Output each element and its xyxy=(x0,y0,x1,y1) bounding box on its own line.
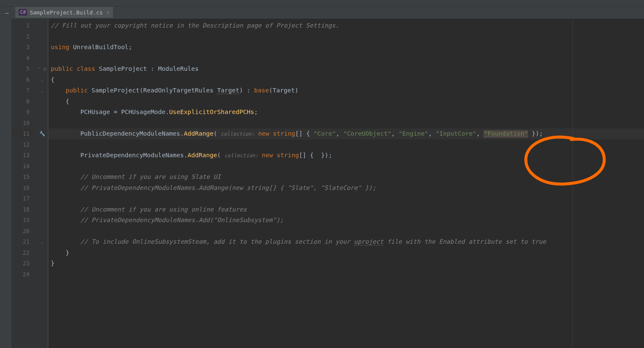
fold-icon[interactable]: ⌄ xyxy=(41,78,43,82)
line-number[interactable]: 8 xyxy=(12,96,36,107)
line-number[interactable]: 6 xyxy=(12,75,36,86)
navigate-up-icon[interactable]: ⌃ xyxy=(38,67,41,71)
right-margin-guide xyxy=(572,19,573,348)
type: string xyxy=(276,152,299,159)
marker-row xyxy=(36,226,48,237)
code-editor[interactable]: // Fill out your copyright notice in the… xyxy=(48,19,644,348)
tool-window-toggle[interactable]: — xyxy=(3,8,11,17)
field: PrivateDependencyModuleNames xyxy=(80,152,184,159)
line-number[interactable]: 5 xyxy=(12,64,36,75)
namespace: UnrealBuildTool xyxy=(73,44,128,50)
line-number[interactable]: 21 xyxy=(12,237,36,248)
code-line[interactable] xyxy=(48,118,644,129)
code-line[interactable] xyxy=(48,31,644,42)
marker-row xyxy=(36,172,48,183)
code-line[interactable]: { xyxy=(48,96,644,107)
marker-row: 🔧 xyxy=(36,128,48,139)
code-line[interactable]: PrivateDependencyModuleNames.AddRange( c… xyxy=(48,150,644,161)
comment-text: // PrivateDependencyModuleNames.AddRange… xyxy=(80,184,376,191)
code-line[interactable] xyxy=(48,226,644,237)
string-literal: "Engine" xyxy=(399,130,428,137)
line-number[interactable]: 1 xyxy=(12,20,36,31)
marker-row xyxy=(36,107,48,118)
param-type: ReadOnlyTargetRules xyxy=(143,87,213,94)
csharp-icon: C# xyxy=(19,9,27,16)
line-number[interactable]: 2 xyxy=(12,31,36,42)
line-number[interactable]: 11 xyxy=(12,128,36,139)
enum-type: PCHUsageMode xyxy=(121,109,166,115)
line-number[interactable]: 19 xyxy=(12,215,36,226)
code-line[interactable]: PCHUsage = PCHUsageMode.UseExplicitOrSha… xyxy=(48,107,644,118)
marker-row xyxy=(36,269,48,280)
line-number-gutter[interactable]: 1 2 3 4 5 6 7 8 9 10 11 12 13 14 15 16 1… xyxy=(12,19,36,348)
comment-text: // Uncomment if you are using online fea… xyxy=(80,206,247,213)
comment-text: // PrivateDependencyModuleNames.Add("Onl… xyxy=(80,217,284,223)
fold-icon[interactable]: ⌄ xyxy=(41,239,43,244)
enum-value: UseExplicitOrSharedPCHs xyxy=(169,109,254,115)
line-number[interactable]: 23 xyxy=(12,258,36,269)
code-line[interactable]: PublicDependencyModuleNames.AddRange( co… xyxy=(48,128,644,139)
param-name: Target xyxy=(217,87,239,94)
line-number[interactable]: 9 xyxy=(12,107,36,118)
code-line[interactable]: } xyxy=(48,258,644,269)
code-line[interactable]: } xyxy=(48,248,644,259)
line-number[interactable]: 7 xyxy=(12,85,36,96)
override-icon[interactable]: ○ xyxy=(44,66,47,72)
marker-row: ⌄ xyxy=(36,237,48,248)
wrench-icon[interactable]: 🔧 xyxy=(39,131,45,136)
marker-row xyxy=(36,204,48,215)
line-number[interactable]: 20 xyxy=(12,226,36,237)
line-number[interactable]: 22 xyxy=(12,248,36,259)
keyword: new xyxy=(258,130,269,137)
code-line[interactable]: using UnrealBuildTool; xyxy=(48,42,644,53)
base-arg: Target xyxy=(273,87,295,94)
left-tool-strip[interactable] xyxy=(0,19,12,348)
type: string xyxy=(273,130,295,137)
code-line[interactable]: // Uncomment if you are using online fea… xyxy=(48,204,644,215)
code-line[interactable] xyxy=(48,139,644,150)
editor-area: 1 2 3 4 5 6 7 8 9 10 11 12 13 14 15 16 1… xyxy=(0,19,644,348)
marker-row xyxy=(36,150,48,161)
line-number[interactable]: 3 xyxy=(12,42,36,53)
line-number[interactable]: 24 xyxy=(12,269,36,280)
marker-row xyxy=(36,161,48,172)
gutter-markers: ⌃ ○ ⌄ ⌄ 🔧 ⌄ xyxy=(36,19,48,348)
marker-row xyxy=(36,248,48,259)
code-line[interactable]: public class SampleProject : ModuleRules xyxy=(48,64,644,75)
base-class: ModuleRules xyxy=(158,65,199,72)
keyword: new xyxy=(262,152,273,159)
code-line[interactable] xyxy=(48,193,644,204)
minimize-icon: — xyxy=(5,9,9,16)
line-number[interactable]: 13 xyxy=(12,150,36,161)
line-number[interactable]: 17 xyxy=(12,193,36,204)
line-number[interactable]: 15 xyxy=(12,172,36,183)
marker-row xyxy=(36,96,48,107)
line-number[interactable]: 14 xyxy=(12,161,36,172)
code-line[interactable]: // PrivateDependencyModuleNames.Add("Onl… xyxy=(48,215,644,226)
fold-icon[interactable]: ⌄ xyxy=(41,88,43,93)
line-number[interactable]: 16 xyxy=(12,183,36,194)
marker-row xyxy=(36,215,48,226)
code-line[interactable]: public SampleProject(ReadOnlyTargetRules… xyxy=(48,85,644,96)
line-number[interactable]: 4 xyxy=(12,53,36,64)
field: PCHUsage xyxy=(80,109,110,115)
line-number[interactable]: 10 xyxy=(12,118,36,129)
code-line[interactable]: // Uncomment if you are using Slate UI xyxy=(48,172,644,183)
code-line[interactable]: // To include OnlineSubsystemSteam, add … xyxy=(48,237,644,248)
code-line[interactable] xyxy=(48,161,644,172)
comment-text: uproject xyxy=(354,238,384,245)
code-line[interactable]: { xyxy=(48,75,644,86)
marker-row xyxy=(36,183,48,194)
code-line[interactable] xyxy=(48,53,644,64)
editor-tab[interactable]: C# SampleProject.Build.cs × xyxy=(15,7,113,19)
string-literal: "CoreUObject" xyxy=(343,130,392,137)
code-line[interactable]: // PrivateDependencyModuleNames.AddRange… xyxy=(48,183,644,194)
marker-row xyxy=(36,31,48,42)
line-number[interactable]: 12 xyxy=(12,139,36,150)
close-icon[interactable]: × xyxy=(106,9,110,16)
line-number[interactable]: 18 xyxy=(12,204,36,215)
param-hint: collection: xyxy=(224,153,258,159)
code-line[interactable] xyxy=(48,269,644,280)
code-line[interactable]: // Fill out your copyright notice in the… xyxy=(48,20,644,31)
editor-tab-bar: — C# SampleProject.Build.cs × xyxy=(0,7,644,19)
